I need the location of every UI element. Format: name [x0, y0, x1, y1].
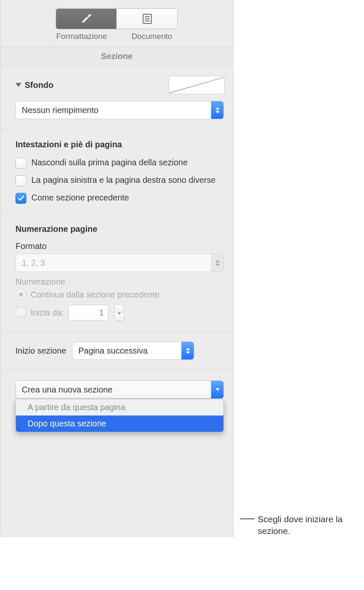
section-start-label: Inizio sezione	[15, 346, 66, 356]
triangle-down-icon	[15, 83, 21, 87]
menu-item-from-this-page[interactable]: A partire da questa pagina	[16, 399, 223, 416]
format-popup[interactable]: 1, 2, 3	[15, 254, 224, 272]
document-icon	[142, 13, 153, 24]
checkbox-left-right-diff-label: La pagina sinistra e la pagina destra so…	[31, 174, 215, 186]
callout-text: Scegli dove iniziare la sezione.	[258, 513, 359, 537]
background-title: Sfondo	[25, 80, 54, 90]
new-section-button[interactable]: Crea una nuova sezione	[15, 380, 224, 399]
tab-document-label: Documento	[121, 32, 183, 41]
numbering-label: Numerazione	[15, 277, 225, 287]
radio-start-from[interactable]	[15, 307, 26, 318]
menu-item-after-this-section[interactable]: Dopo questa sezione	[16, 416, 223, 432]
tab-format-label: Formattazione	[51, 32, 113, 41]
fill-popup-label: Nessun riempimento	[16, 101, 211, 119]
new-section-menu: A partire da questa pagina Dopo questa s…	[15, 399, 224, 432]
start-from-input[interactable]	[68, 305, 108, 321]
radio-start-from-label: Inizia da:	[31, 308, 64, 318]
background-disclosure[interactable]: Sfondo	[15, 80, 54, 90]
fill-popup[interactable]: Nessun riempimento	[15, 101, 224, 119]
inspector-panel: Formattazione Documento Sezione Sfondo N…	[0, 0, 233, 537]
inspector-tabs	[0, 0, 233, 32]
paintbrush-icon	[80, 13, 92, 25]
headers-footers-title: Intestazioni e piè di pagina	[15, 140, 225, 149]
callout: Scegli dove iniziare la sezione.	[233, 500, 359, 537]
popup-arrows-icon	[211, 101, 223, 119]
checkbox-left-right-diff[interactable]	[15, 175, 26, 186]
radio-continue[interactable]	[15, 289, 26, 300]
new-section-button-label: Crea una nuova sezione	[16, 381, 211, 398]
callout-line	[240, 518, 254, 519]
checkmark-icon	[17, 195, 25, 202]
checkbox-same-as-previous[interactable]	[15, 193, 26, 204]
checkbox-hide-first-label: Nascondi sulla prima pagina della sezion…	[31, 157, 188, 168]
section-header: Sezione	[0, 47, 233, 66]
radio-continue-label: Continua dalla sezione precedente	[31, 290, 159, 300]
checkbox-same-as-previous-label: Come sezione precedente	[31, 192, 129, 203]
tab-document[interactable]	[117, 9, 177, 29]
format-popup-label: 1, 2, 3	[16, 254, 211, 272]
checkbox-hide-first[interactable]	[15, 158, 26, 169]
background-color-well[interactable]	[169, 76, 225, 94]
format-label: Formato	[15, 241, 225, 251]
start-from-stepper[interactable]	[114, 304, 124, 321]
tab-format[interactable]	[56, 9, 117, 29]
page-numbering-title: Numerazione pagine	[15, 224, 225, 234]
popup-arrows-icon	[181, 342, 194, 359]
popup-arrows-icon	[211, 254, 223, 272]
section-start-popup-label: Pagina successiva	[72, 342, 181, 359]
chevron-down-icon	[211, 381, 223, 398]
section-start-popup[interactable]: Pagina successiva	[72, 341, 194, 360]
